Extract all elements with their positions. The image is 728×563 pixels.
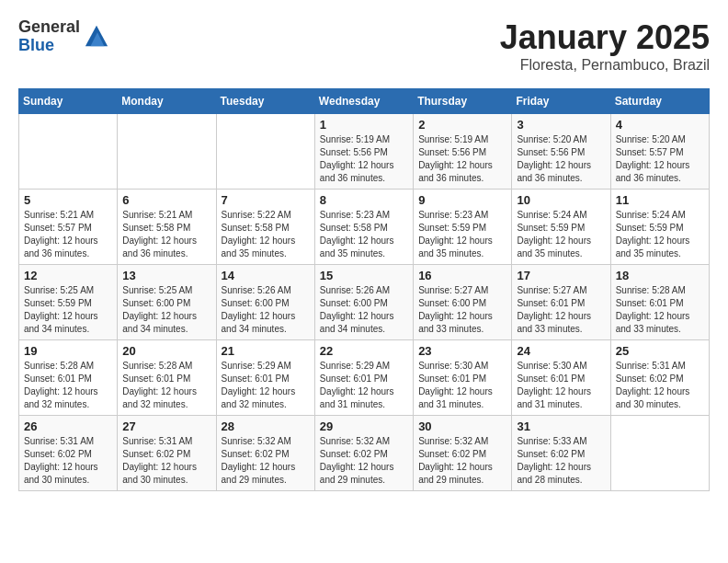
day-info: Sunrise: 5:23 AM Sunset: 5:59 PM Dayligh… — [418, 209, 506, 260]
calendar-cell: 15Sunrise: 5:26 AM Sunset: 6:00 PM Dayli… — [314, 265, 413, 340]
day-number: 1 — [320, 118, 408, 132]
location-title: Floresta, Pernambuco, Brazil — [500, 57, 710, 74]
day-info: Sunrise: 5:24 AM Sunset: 5:59 PM Dayligh… — [517, 209, 605, 260]
day-info: Sunrise: 5:28 AM Sunset: 6:01 PM Dayligh… — [122, 360, 210, 411]
day-number: 31 — [517, 419, 605, 433]
day-number: 16 — [418, 269, 506, 282]
calendar-cell: 1Sunrise: 5:19 AM Sunset: 5:56 PM Daylig… — [314, 114, 413, 190]
day-info: Sunrise: 5:31 AM Sunset: 6:02 PM Dayligh… — [616, 360, 704, 411]
logo-general-text: General — [18, 18, 80, 37]
calendar-cell: 21Sunrise: 5:29 AM Sunset: 6:01 PM Dayli… — [216, 340, 314, 416]
day-number: 18 — [616, 269, 704, 282]
day-info: Sunrise: 5:22 AM Sunset: 5:58 PM Dayligh… — [222, 209, 310, 260]
day-info: Sunrise: 5:32 AM Sunset: 6:02 PM Dayligh… — [222, 435, 310, 487]
weekday-header: Wednesday — [314, 89, 413, 114]
calendar-cell: 20Sunrise: 5:28 AM Sunset: 6:01 PM Dayli… — [118, 340, 216, 416]
day-info: Sunrise: 5:20 AM Sunset: 5:56 PM Dayligh… — [517, 133, 605, 185]
calendar-cell: 27Sunrise: 5:31 AM Sunset: 6:02 PM Dayli… — [118, 416, 216, 491]
logo: General Blue — [18, 18, 109, 55]
calendar-cell: 8Sunrise: 5:23 AM Sunset: 5:58 PM Daylig… — [314, 190, 413, 265]
weekday-header-row: SundayMondayTuesdayWednesdayThursdayFrid… — [19, 89, 710, 114]
weekday-header: Monday — [118, 89, 216, 114]
day-number: 22 — [320, 344, 408, 358]
calendar-cell — [610, 416, 709, 491]
calendar-cell: 12Sunrise: 5:25 AM Sunset: 5:59 PM Dayli… — [19, 265, 118, 340]
day-number: 8 — [320, 193, 408, 207]
day-number: 17 — [517, 269, 605, 282]
day-info: Sunrise: 5:24 AM Sunset: 5:59 PM Dayligh… — [616, 209, 704, 260]
title-block: January 2025 Floresta, Pernambuco, Brazi… — [500, 18, 710, 74]
day-number: 3 — [517, 118, 605, 132]
calendar-cell: 6Sunrise: 5:21 AM Sunset: 5:58 PM Daylig… — [118, 190, 216, 265]
day-info: Sunrise: 5:31 AM Sunset: 6:02 PM Dayligh… — [122, 435, 210, 487]
day-number: 19 — [24, 344, 112, 358]
day-number: 13 — [122, 269, 210, 282]
calendar-cell: 4Sunrise: 5:20 AM Sunset: 5:57 PM Daylig… — [610, 114, 709, 190]
calendar-cell: 2Sunrise: 5:19 AM Sunset: 5:56 PM Daylig… — [414, 114, 512, 190]
page-header: General Blue January 2025 Floresta, Pern… — [18, 18, 710, 74]
day-info: Sunrise: 5:26 AM Sunset: 6:00 PM Dayligh… — [320, 284, 408, 336]
weekday-header: Sunday — [19, 89, 118, 114]
logo-blue-text: Blue — [18, 37, 80, 55]
calendar-cell — [216, 114, 314, 190]
day-number: 29 — [320, 419, 408, 433]
calendar-week-row: 5Sunrise: 5:21 AM Sunset: 5:57 PM Daylig… — [19, 190, 710, 265]
day-info: Sunrise: 5:21 AM Sunset: 5:57 PM Dayligh… — [24, 209, 112, 260]
calendar-cell: 11Sunrise: 5:24 AM Sunset: 5:59 PM Dayli… — [610, 190, 709, 265]
day-number: 24 — [517, 344, 605, 358]
day-number: 25 — [616, 344, 704, 358]
calendar-cell: 31Sunrise: 5:33 AM Sunset: 6:02 PM Dayli… — [512, 416, 610, 491]
calendar-cell: 25Sunrise: 5:31 AM Sunset: 6:02 PM Dayli… — [610, 340, 709, 416]
day-info: Sunrise: 5:19 AM Sunset: 5:56 PM Dayligh… — [320, 133, 408, 185]
calendar-table: SundayMondayTuesdayWednesdayThursdayFrid… — [18, 88, 710, 491]
calendar-week-row: 12Sunrise: 5:25 AM Sunset: 5:59 PM Dayli… — [19, 265, 710, 340]
day-number: 12 — [24, 269, 112, 282]
calendar-week-row: 26Sunrise: 5:31 AM Sunset: 6:02 PM Dayli… — [19, 416, 710, 491]
day-number: 27 — [122, 419, 210, 433]
day-number: 15 — [320, 269, 408, 282]
calendar-cell: 26Sunrise: 5:31 AM Sunset: 6:02 PM Dayli… — [19, 416, 118, 491]
calendar-cell: 22Sunrise: 5:29 AM Sunset: 6:01 PM Dayli… — [314, 340, 413, 416]
day-number: 30 — [418, 419, 506, 433]
day-info: Sunrise: 5:33 AM Sunset: 6:02 PM Dayligh… — [517, 435, 605, 487]
day-number: 7 — [222, 193, 310, 207]
day-number: 6 — [122, 193, 210, 207]
day-info: Sunrise: 5:25 AM Sunset: 6:00 PM Dayligh… — [122, 284, 210, 336]
day-number: 20 — [122, 344, 210, 358]
day-info: Sunrise: 5:32 AM Sunset: 6:02 PM Dayligh… — [418, 435, 506, 487]
day-info: Sunrise: 5:23 AM Sunset: 5:58 PM Dayligh… — [320, 209, 408, 260]
day-info: Sunrise: 5:30 AM Sunset: 6:01 PM Dayligh… — [517, 360, 605, 411]
day-number: 9 — [418, 193, 506, 207]
day-info: Sunrise: 5:29 AM Sunset: 6:01 PM Dayligh… — [222, 360, 310, 411]
day-number: 14 — [222, 269, 310, 282]
calendar-cell: 3Sunrise: 5:20 AM Sunset: 5:56 PM Daylig… — [512, 114, 610, 190]
weekday-header: Tuesday — [216, 89, 314, 114]
calendar-cell: 5Sunrise: 5:21 AM Sunset: 5:57 PM Daylig… — [19, 190, 118, 265]
calendar-cell: 7Sunrise: 5:22 AM Sunset: 5:58 PM Daylig… — [216, 190, 314, 265]
day-info: Sunrise: 5:28 AM Sunset: 6:01 PM Dayligh… — [616, 284, 704, 336]
day-number: 10 — [517, 193, 605, 207]
calendar-cell: 18Sunrise: 5:28 AM Sunset: 6:01 PM Dayli… — [610, 265, 709, 340]
calendar-cell — [118, 114, 216, 190]
calendar-week-row: 19Sunrise: 5:28 AM Sunset: 6:01 PM Dayli… — [19, 340, 710, 416]
day-number: 28 — [222, 419, 310, 433]
day-info: Sunrise: 5:27 AM Sunset: 6:01 PM Dayligh… — [517, 284, 605, 336]
calendar-cell: 10Sunrise: 5:24 AM Sunset: 5:59 PM Dayli… — [512, 190, 610, 265]
calendar-cell: 24Sunrise: 5:30 AM Sunset: 6:01 PM Dayli… — [512, 340, 610, 416]
day-number: 4 — [616, 118, 704, 132]
weekday-header: Thursday — [414, 89, 512, 114]
weekday-header: Saturday — [610, 89, 709, 114]
day-info: Sunrise: 5:29 AM Sunset: 6:01 PM Dayligh… — [320, 360, 408, 411]
day-number: 5 — [24, 193, 112, 207]
day-info: Sunrise: 5:20 AM Sunset: 5:57 PM Dayligh… — [616, 133, 704, 185]
day-info: Sunrise: 5:19 AM Sunset: 5:56 PM Dayligh… — [418, 133, 506, 185]
day-info: Sunrise: 5:21 AM Sunset: 5:58 PM Dayligh… — [122, 209, 210, 260]
calendar-cell — [19, 114, 118, 190]
day-info: Sunrise: 5:26 AM Sunset: 6:00 PM Dayligh… — [222, 284, 310, 336]
calendar-cell: 23Sunrise: 5:30 AM Sunset: 6:01 PM Dayli… — [414, 340, 512, 416]
day-number: 23 — [418, 344, 506, 358]
calendar-cell: 28Sunrise: 5:32 AM Sunset: 6:02 PM Dayli… — [216, 416, 314, 491]
logo-icon — [84, 22, 109, 48]
day-number: 2 — [418, 118, 506, 132]
calendar-cell: 30Sunrise: 5:32 AM Sunset: 6:02 PM Dayli… — [414, 416, 512, 491]
